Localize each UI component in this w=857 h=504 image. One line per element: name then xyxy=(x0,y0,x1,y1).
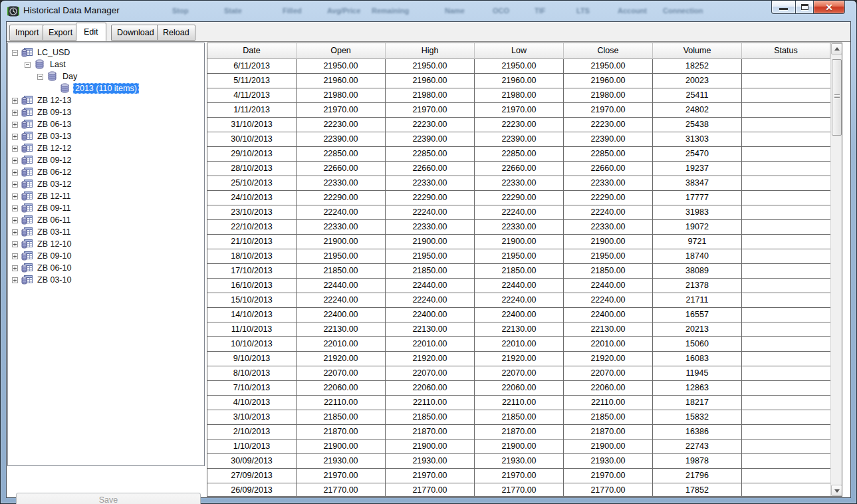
cell-status[interactable] xyxy=(742,454,830,468)
cell-close[interactable]: 22330.00 xyxy=(564,176,653,190)
cell-low[interactable]: 22060.00 xyxy=(475,381,564,395)
cell-low[interactable]: 21950.00 xyxy=(475,59,564,73)
tree-item-zb-09-13[interactable]: ZB 09-13 xyxy=(8,106,204,118)
cell-date[interactable]: 18/10/2013 xyxy=(207,249,297,263)
cell-high[interactable]: 22290.00 xyxy=(386,191,475,205)
expand-icon[interactable] xyxy=(12,277,18,283)
cell-volume[interactable]: 25411 xyxy=(653,88,742,102)
cell-volume[interactable]: 25438 xyxy=(653,118,742,132)
cell-close[interactable]: 22230.00 xyxy=(564,118,653,132)
cell-open[interactable]: 21980.00 xyxy=(297,88,386,102)
tab-edit[interactable]: Edit xyxy=(76,23,106,41)
column-header-date[interactable]: Date xyxy=(207,43,297,58)
cell-high[interactable]: 22850.00 xyxy=(386,147,475,161)
cell-close[interactable]: 21970.00 xyxy=(564,469,653,483)
table-row[interactable]: 14/10/201322400.0022400.0022400.0022400.… xyxy=(207,308,830,322)
cell-close[interactable]: 22290.00 xyxy=(564,191,653,205)
expand-icon[interactable] xyxy=(12,182,18,188)
cell-high[interactable]: 22390.00 xyxy=(386,132,475,146)
tree-item-zb-03-12[interactable]: ZB 03-12 xyxy=(8,178,204,190)
minimize-button[interactable] xyxy=(771,1,795,14)
cell-low[interactable]: 22440.00 xyxy=(475,279,564,293)
cell-date[interactable]: 25/10/2013 xyxy=(207,176,297,190)
cell-low[interactable]: 21980.00 xyxy=(475,88,564,102)
cell-status[interactable] xyxy=(742,205,830,219)
cell-open[interactable]: 22010.00 xyxy=(297,337,386,351)
cell-low[interactable]: 21870.00 xyxy=(475,425,564,439)
column-header-close[interactable]: Close xyxy=(564,43,653,58)
cell-volume[interactable]: 21378 xyxy=(653,279,742,293)
table-row[interactable]: 23/10/201322240.0022240.0022240.0022240.… xyxy=(207,205,830,220)
scrollbar-thumb[interactable] xyxy=(832,59,842,136)
expand-icon[interactable] xyxy=(12,241,18,247)
cell-status[interactable] xyxy=(742,88,830,102)
cell-close[interactable]: 21900.00 xyxy=(564,235,653,249)
cell-close[interactable]: 21770.00 xyxy=(564,483,653,496)
cell-close[interactable]: 22110.00 xyxy=(564,396,653,410)
tree-item-zb-03-10[interactable]: ZB 03-10 xyxy=(8,274,204,286)
cell-low[interactable]: 22330.00 xyxy=(475,220,564,234)
expand-icon[interactable] xyxy=(12,193,18,199)
cell-high[interactable]: 22110.00 xyxy=(386,396,475,410)
cell-volume[interactable]: 19237 xyxy=(653,162,742,176)
cell-low[interactable]: 22070.00 xyxy=(475,366,564,380)
table-row[interactable]: 26/09/201321770.0021770.0021770.0021770.… xyxy=(207,483,830,496)
table-row[interactable]: 5/11/201321960.0021960.0021960.0021960.0… xyxy=(207,74,830,88)
cell-volume[interactable]: 17777 xyxy=(653,191,742,205)
cell-status[interactable] xyxy=(742,381,830,395)
tree-item-zb-03-11[interactable]: ZB 03-11 xyxy=(8,226,204,238)
cell-open[interactable]: 22850.00 xyxy=(297,147,386,161)
cell-high[interactable]: 21900.00 xyxy=(386,440,475,453)
cell-volume[interactable]: 12863 xyxy=(653,381,742,395)
cell-open[interactable]: 21900.00 xyxy=(297,235,386,249)
table-row[interactable]: 6/11/201321950.0021950.0021950.0021950.0… xyxy=(207,59,830,74)
cell-open[interactable]: 21970.00 xyxy=(297,469,386,483)
cell-low[interactable]: 21850.00 xyxy=(475,264,564,278)
cell-volume[interactable]: 11945 xyxy=(653,366,742,380)
cell-close[interactable]: 22070.00 xyxy=(564,366,653,380)
cell-volume[interactable]: 20023 xyxy=(653,74,742,88)
cell-high[interactable]: 21970.00 xyxy=(386,469,475,483)
tree-item-zb-09-10[interactable]: ZB 09-10 xyxy=(8,250,204,262)
cell-open[interactable]: 22330.00 xyxy=(297,220,386,234)
cell-close[interactable]: 21960.00 xyxy=(564,74,653,88)
cell-open[interactable]: 22400.00 xyxy=(297,308,386,322)
table-row[interactable]: 10/10/201322010.0022010.0022010.0022010.… xyxy=(207,337,830,352)
cell-low[interactable]: 22290.00 xyxy=(475,191,564,205)
scroll-up-button[interactable] xyxy=(831,43,842,55)
cell-volume[interactable]: 17852 xyxy=(653,483,742,496)
cell-date[interactable]: 5/11/2013 xyxy=(207,74,297,88)
cell-date[interactable]: 8/10/2013 xyxy=(207,366,297,380)
cell-low[interactable]: 22010.00 xyxy=(475,337,564,351)
cell-close[interactable]: 21950.00 xyxy=(564,249,653,263)
expand-icon[interactable] xyxy=(12,146,18,152)
cell-low[interactable]: 22390.00 xyxy=(475,132,564,146)
cell-low[interactable]: 21960.00 xyxy=(475,74,564,88)
cell-date[interactable]: 24/10/2013 xyxy=(207,191,297,205)
scroll-down-button[interactable] xyxy=(831,485,842,496)
cell-date[interactable]: 28/10/2013 xyxy=(207,162,297,176)
cell-high[interactable]: 22070.00 xyxy=(386,366,475,380)
cell-open[interactable]: 21960.00 xyxy=(297,74,386,88)
cell-low[interactable]: 21970.00 xyxy=(475,469,564,483)
cell-status[interactable] xyxy=(742,322,830,336)
cell-volume[interactable]: 25470 xyxy=(653,147,742,161)
cell-status[interactable] xyxy=(742,249,830,263)
cell-volume[interactable]: 20213 xyxy=(653,322,742,336)
cell-open[interactable]: 21850.00 xyxy=(297,410,386,424)
cell-status[interactable] xyxy=(742,279,830,293)
cell-low[interactable]: 22850.00 xyxy=(475,147,564,161)
cell-high[interactable]: 21950.00 xyxy=(386,59,475,73)
expand-icon[interactable] xyxy=(12,134,18,140)
table-row[interactable]: 1/11/201321970.0021970.0021970.0021970.0… xyxy=(207,103,830,118)
cell-status[interactable] xyxy=(742,147,830,161)
cell-status[interactable] xyxy=(742,396,830,410)
cell-volume[interactable]: 18252 xyxy=(653,59,742,73)
cell-status[interactable] xyxy=(742,118,830,132)
table-row[interactable]: 22/10/201322330.0022330.0022330.0022330.… xyxy=(207,220,830,235)
cell-high[interactable]: 22130.00 xyxy=(386,322,475,336)
expand-icon[interactable] xyxy=(12,110,18,116)
cell-close[interactable]: 22010.00 xyxy=(564,337,653,351)
cell-open[interactable]: 21850.00 xyxy=(297,264,386,278)
cell-open[interactable]: 22070.00 xyxy=(297,366,386,380)
